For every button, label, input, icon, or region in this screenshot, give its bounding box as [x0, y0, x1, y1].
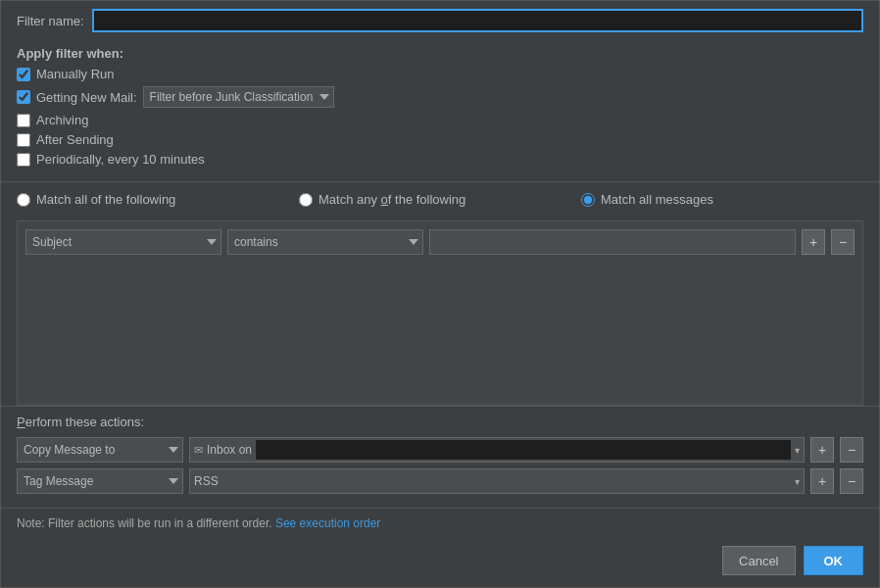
button-bar: Cancel OK — [1, 538, 879, 587]
filter-name-row: Filter name: — [1, 1, 879, 40]
match-any-radio[interactable] — [299, 193, 313, 207]
periodically-label[interactable]: Periodically, every 10 minutes — [36, 152, 205, 167]
criteria-value-input[interactable] — [429, 229, 796, 255]
match-messages-label[interactable]: Match all messages — [601, 192, 713, 207]
apply-filter-section: Apply filter when: Manually Run Getting … — [1, 40, 879, 182]
periodically-row: Periodically, every 10 minutes — [17, 152, 863, 167]
action-1-value-container: ✉ Inbox on ▾ — [189, 437, 805, 463]
action-2-remove-button[interactable]: − — [840, 468, 863, 494]
action-1-chevron-icon: ▾ — [795, 445, 800, 456]
criteria-add-button[interactable]: + — [802, 229, 825, 255]
middle-area: Match all of the following Match any of … — [1, 182, 879, 406]
match-options: Match all of the following Match any of … — [17, 192, 863, 207]
inbox-label: Inbox on — [207, 443, 252, 457]
note-bar: Note: Filter actions will be run in a di… — [1, 508, 879, 538]
match-section: Match all of the following Match any of … — [1, 182, 879, 220]
contains-select[interactable]: contains doesn't contain is isn't begins… — [227, 229, 423, 255]
match-all-radio[interactable] — [17, 193, 30, 207]
periodically-checkbox[interactable] — [17, 153, 30, 167]
action-1-folder-input[interactable] — [256, 440, 791, 460]
criteria-remove-button[interactable]: − — [831, 229, 855, 255]
match-any-label[interactable]: Match any of the following — [318, 192, 465, 207]
action-1-select[interactable]: Copy Message to Move Message to Forward … — [17, 437, 183, 463]
action-2-select[interactable]: Copy Message to Move Message to Forward … — [17, 468, 183, 494]
manually-run-row: Manually Run — [17, 67, 863, 81]
match-any-option: Match any of the following — [299, 192, 581, 207]
action-2-add-button[interactable]: + — [810, 468, 834, 494]
filter-name-input[interactable] — [92, 9, 863, 32]
after-sending-row: After Sending — [17, 132, 863, 147]
archiving-row: Archiving — [17, 113, 863, 127]
see-execution-order-link[interactable]: See execution order — [275, 516, 380, 530]
ok-button[interactable]: OK — [804, 546, 864, 575]
after-sending-label[interactable]: After Sending — [36, 132, 114, 147]
action-2-chevron-icon: ▾ — [795, 476, 800, 487]
getting-new-mail-checkbox[interactable] — [17, 90, 30, 104]
apply-filter-label: Apply filter when: — [17, 46, 863, 61]
filter-name-label: Filter name: — [17, 14, 84, 28]
match-messages-option: Match all messages — [581, 192, 863, 207]
match-messages-radio[interactable] — [581, 193, 595, 207]
filter-dialog: Filter name: Apply filter when: Manually… — [0, 0, 880, 588]
getting-new-mail-row: Getting New Mail: Filter before Junk Cla… — [17, 86, 863, 108]
criteria-box: Subject From To CC Body Date contains do… — [17, 220, 863, 406]
cancel-button[interactable]: Cancel — [722, 546, 795, 575]
manually-run-label[interactable]: Manually Run — [36, 67, 115, 81]
archiving-checkbox[interactable] — [17, 114, 30, 127]
action-2-value-container: RSS Important Work Personal To Do Later … — [189, 468, 805, 494]
inbox-icon: ✉ — [194, 444, 203, 457]
match-all-option: Match all of the following — [17, 192, 299, 207]
junk-classification-dropdown[interactable]: Filter before Junk Classification Filter… — [143, 86, 334, 108]
match-all-label[interactable]: Match all of the following — [36, 192, 175, 207]
action-2-tag-select[interactable]: RSS Important Work Personal To Do Later — [194, 469, 791, 493]
criteria-row: Subject From To CC Body Date contains do… — [25, 229, 855, 255]
after-sending-checkbox[interactable] — [17, 133, 30, 147]
subject-select[interactable]: Subject From To CC Body Date — [25, 229, 221, 255]
note-text: Note: Filter actions will be run in a di… — [17, 516, 272, 530]
archiving-label[interactable]: Archiving — [36, 113, 88, 127]
action-1-remove-button[interactable]: − — [840, 437, 863, 463]
getting-new-mail-label[interactable]: Getting New Mail: — [36, 90, 137, 105]
actions-label: Perform these actions: — [17, 415, 863, 429]
action-1-add-button[interactable]: + — [810, 437, 834, 463]
actions-section: Perform these actions: Copy Message to M… — [1, 406, 879, 508]
action-row-2: Copy Message to Move Message to Forward … — [17, 468, 863, 494]
action-row-1: Copy Message to Move Message to Forward … — [17, 437, 863, 463]
manually-run-checkbox[interactable] — [17, 68, 30, 81]
